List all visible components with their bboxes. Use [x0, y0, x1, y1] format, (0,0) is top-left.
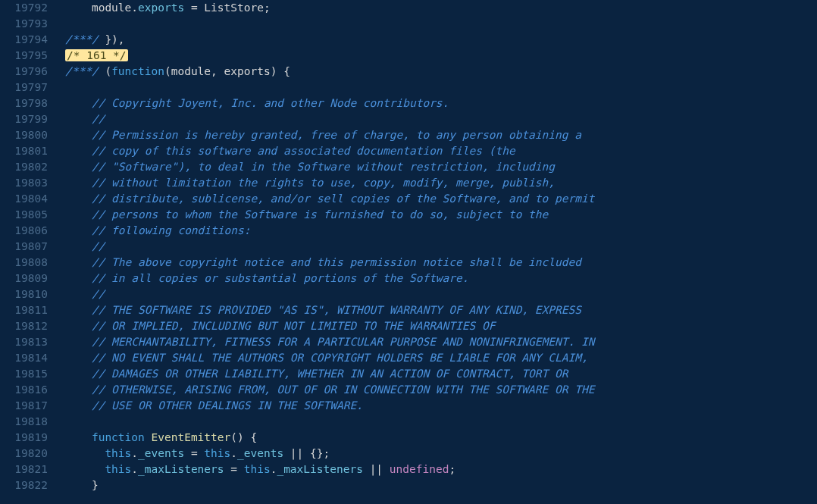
token-ident: ListStore: [204, 2, 264, 14]
line-number: 19817: [9, 398, 48, 414]
code-line[interactable]: // Copyright Joyent, Inc. and other Node…: [65, 95, 594, 111]
code-line[interactable]: // persons to whom the Software is furni…: [65, 207, 594, 223]
token-comment: //: [92, 240, 105, 252]
token-ident: module: [171, 65, 211, 77]
line-number: 19794: [9, 32, 48, 48]
code-line[interactable]: module.exports = ListStore;: [65, 0, 594, 16]
code-line[interactable]: // THE SOFTWARE IS PROVIDED "AS IS", WIT…: [65, 302, 594, 318]
token-punct: }: [92, 479, 99, 491]
code-line[interactable]: // OR IMPLIED, INCLUDING BUT NOT LIMITED…: [65, 318, 594, 334]
line-number: 19803: [9, 175, 48, 191]
code-line[interactable]: // following conditions:: [65, 223, 594, 239]
line-number: 19818: [9, 414, 48, 430]
code-line[interactable]: /* 161 */: [65, 48, 594, 64]
token-punct: ;: [264, 2, 271, 14]
code-line[interactable]: // DAMAGES OR OTHER LIABILITY, WHETHER I…: [65, 366, 594, 382]
code-line[interactable]: // OTHERWISE, ARISING FROM, OUT OF OR IN…: [65, 382, 594, 398]
token-keyword: this: [105, 463, 131, 475]
token-comment: //: [92, 113, 105, 125]
token-punct: ,: [211, 65, 224, 77]
line-number: 19796: [9, 64, 48, 80]
token-punct: || {};: [283, 447, 330, 459]
token-hl: /* 161 */: [65, 49, 128, 61]
token-comment: // NO EVENT SHALL THE AUTHORS OR COPYRIG…: [92, 352, 588, 364]
code-line[interactable]: /***/ }),: [65, 32, 594, 48]
token-punct: }),: [99, 33, 125, 45]
token-ident: module: [92, 2, 131, 14]
token-punct: .: [131, 2, 138, 14]
token-comment: // DAMAGES OR OTHER LIABILITY, WHETHER I…: [92, 368, 568, 380]
token-comment: // Copyright Joyent, Inc. and other Node…: [92, 97, 449, 109]
line-number: 19810: [9, 286, 48, 302]
code-line[interactable]: [65, 80, 594, 95]
token-prop: _events: [237, 447, 283, 459]
code-line[interactable]: // The above copyright notice and this p…: [65, 255, 594, 271]
token-comment: // OTHERWISE, ARISING FROM, OUT OF OR IN…: [92, 383, 594, 396]
code-line[interactable]: //: [65, 111, 594, 127]
code-editor[interactable]: 1979219793197941979519796197971979819799…: [0, 0, 817, 504]
code-line[interactable]: //: [65, 286, 594, 302]
code-line[interactable]: }: [65, 477, 594, 493]
line-number: 19813: [9, 334, 48, 350]
line-number: 19798: [9, 95, 48, 111]
token-prop: _maxListeners: [138, 463, 224, 475]
line-number: 19795: [9, 48, 48, 64]
code-line[interactable]: // without limitation the rights to use,…: [65, 175, 594, 191]
token-comment: // THE SOFTWARE IS PROVIDED "AS IS", WIT…: [92, 304, 581, 316]
line-number: 19804: [9, 191, 48, 207]
token-punct: ||: [363, 463, 390, 475]
token-comment: //: [92, 288, 105, 300]
code-line[interactable]: /***/ (function(module, exports) {: [65, 64, 594, 80]
token-punct: ) {: [271, 65, 290, 77]
code-line[interactable]: [65, 16, 594, 32]
line-number: 19822: [9, 477, 48, 493]
token-keyword: this: [204, 447, 230, 459]
code-line[interactable]: // in all copies or substantial portions…: [65, 271, 594, 286]
line-number: 19821: [9, 462, 48, 477]
token-keyword: function: [92, 431, 145, 443]
line-number: 19815: [9, 366, 48, 382]
code-line[interactable]: // distribute, sublicense, and/or sell c…: [65, 191, 594, 207]
code-line[interactable]: // MERCHANTABILITY, FITNESS FOR A PARTIC…: [65, 334, 594, 350]
code-line[interactable]: [65, 414, 594, 430]
line-number: 19799: [9, 111, 48, 127]
code-line[interactable]: // USE OR OTHER DEALINGS IN THE SOFTWARE…: [65, 398, 594, 414]
token-punct: .: [131, 447, 138, 459]
code-line[interactable]: function EventEmitter() {: [65, 430, 594, 446]
line-number: 19816: [9, 382, 48, 398]
token-comment: // "Software"), to deal in the Software …: [92, 161, 555, 173]
line-number: 19800: [9, 127, 48, 143]
code-line[interactable]: this._events = this._events || {};: [65, 446, 594, 462]
token-keyword: this: [244, 463, 271, 475]
token-punct: ;: [449, 463, 455, 475]
line-number: 19806: [9, 223, 48, 239]
token-comment: // Permission is hereby granted, free of…: [92, 129, 581, 141]
line-number: 19820: [9, 446, 48, 462]
token-const: undefined: [390, 463, 449, 475]
code-line[interactable]: // copy of this software and associated …: [65, 143, 594, 159]
line-number: 19805: [9, 207, 48, 223]
token-comment: // USE OR OTHER DEALINGS IN THE SOFTWARE…: [92, 399, 363, 412]
line-number: 19819: [9, 430, 48, 446]
code-line[interactable]: this._maxListeners = this._maxListeners …: [65, 462, 594, 477]
token-punct: [145, 431, 152, 443]
token-prop: exports: [138, 2, 184, 14]
token-comment: // The above copyright notice and this p…: [92, 256, 581, 268]
code-line[interactable]: //: [65, 239, 594, 255]
line-number: 19809: [9, 271, 48, 286]
line-number: 19807: [9, 239, 48, 255]
line-number: 19808: [9, 255, 48, 271]
token-comment: /***/: [65, 65, 99, 77]
line-number: 19812: [9, 318, 48, 334]
code-line[interactable]: // "Software"), to deal in the Software …: [65, 159, 594, 175]
token-punct: =: [184, 447, 204, 459]
token-comment: /***/: [65, 33, 99, 45]
line-number: 19792: [9, 0, 48, 16]
code-line[interactable]: // Permission is hereby granted, free of…: [65, 127, 594, 143]
code-line[interactable]: // NO EVENT SHALL THE AUTHORS OR COPYRIG…: [65, 350, 594, 366]
code-content-area[interactable]: module.exports = ListStore;/***/ }),/* 1…: [52, 0, 594, 504]
token-comment: // OR IMPLIED, INCLUDING BUT NOT LIMITED…: [92, 320, 496, 332]
line-number: 19811: [9, 302, 48, 318]
token-comment: // MERCHANTABILITY, FITNESS FOR A PARTIC…: [92, 336, 594, 348]
token-func: EventEmitter: [152, 431, 231, 443]
